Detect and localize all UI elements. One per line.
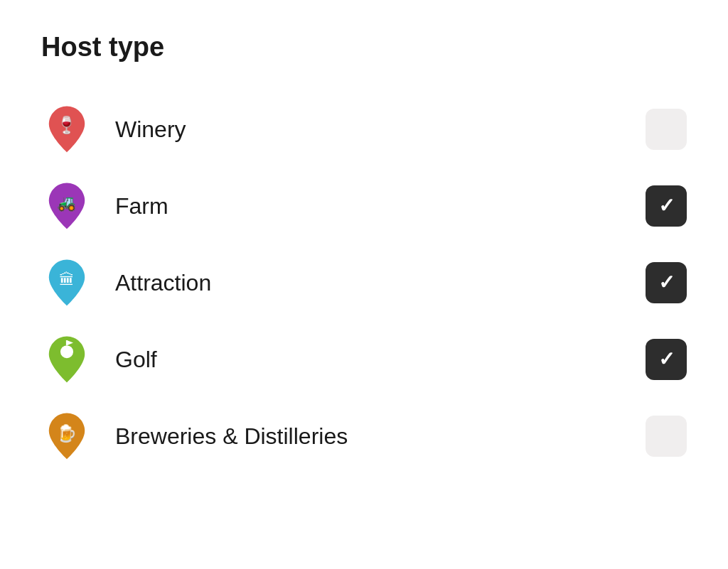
golf-checkmark: ✓ (658, 349, 675, 369)
winery-checkbox[interactable] (646, 109, 687, 150)
host-type-list: 🍷 Winery 🚜 Farm ✓ 🏛 Attraction ✓ (41, 91, 687, 475)
farm-checkbox[interactable]: ✓ (646, 185, 687, 227)
attraction-checkbox[interactable]: ✓ (646, 262, 687, 303)
farm-label: Farm (115, 193, 646, 220)
svg-point-3 (60, 345, 73, 358)
svg-text:🍷: 🍷 (57, 115, 78, 135)
golf-pin-icon (41, 334, 92, 385)
breweries-checkbox[interactable] (646, 416, 687, 457)
host-item-winery[interactable]: 🍷 Winery (41, 91, 687, 168)
page-title: Host type (41, 32, 687, 63)
host-item-attraction[interactable]: 🏛 Attraction ✓ (41, 244, 687, 321)
host-type-container: Host type 🍷 Winery 🚜 Farm ✓ (0, 0, 728, 506)
farm-pin-icon: 🚜 (41, 180, 92, 232)
golf-label: Golf (115, 347, 646, 373)
svg-text:🏛: 🏛 (59, 271, 75, 288)
breweries-pin-icon: 🍺 (41, 411, 92, 462)
svg-text:🍺: 🍺 (57, 423, 78, 443)
host-item-farm[interactable]: 🚜 Farm ✓ (41, 168, 687, 244)
host-item-golf[interactable]: Golf ✓ (41, 321, 687, 398)
breweries-label: Breweries & Distilleries (115, 423, 646, 450)
winery-label: Winery (115, 116, 646, 143)
host-item-breweries[interactable]: 🍺 Breweries & Distilleries (41, 398, 687, 475)
attraction-checkmark: ✓ (658, 273, 675, 293)
golf-checkbox[interactable]: ✓ (646, 339, 687, 380)
attraction-label: Attraction (115, 270, 646, 296)
farm-checkmark: ✓ (658, 196, 675, 216)
attraction-pin-icon: 🏛 (41, 257, 92, 308)
winery-pin-icon: 🍷 (41, 104, 92, 155)
svg-text:🚜: 🚜 (58, 193, 77, 212)
